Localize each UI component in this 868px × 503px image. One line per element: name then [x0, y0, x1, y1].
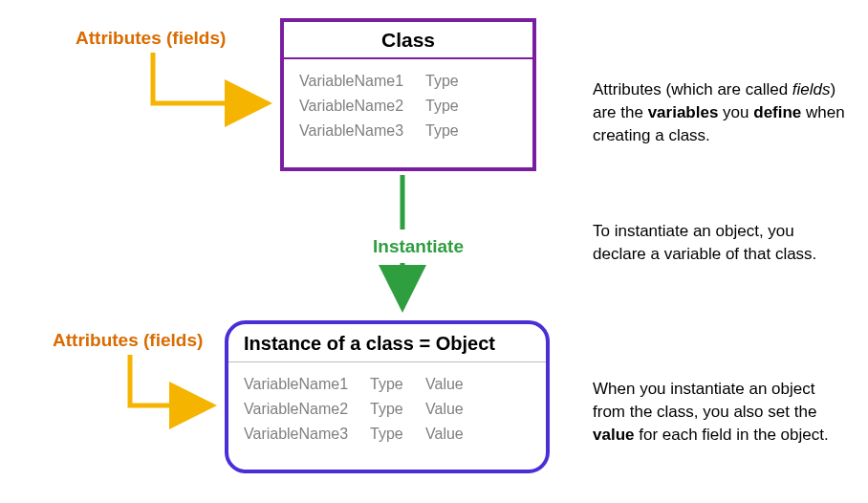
object-row: VariableName3 Type Value: [244, 422, 531, 447]
object-row: VariableName2 Type Value: [244, 397, 531, 422]
obj-var-type: Type: [370, 372, 425, 397]
side-note-attributes: Attributes (which are called fields) are…: [593, 78, 851, 147]
text: for each field in the object.: [634, 426, 828, 444]
obj-var-type: Type: [370, 422, 425, 447]
obj-var-type: Type: [370, 397, 425, 422]
obj-var-value: Value: [425, 422, 479, 447]
text: When you instantiate an object from the …: [593, 380, 816, 421]
object-title-prefix: Instance of a class: [244, 333, 414, 354]
text-bold: value: [593, 426, 634, 444]
obj-var-value: Value: [425, 372, 479, 397]
object-row: VariableName1 Type Value: [244, 372, 531, 397]
object-box: Instance of a class = Object VariableNam…: [225, 320, 550, 473]
text-bold: define: [753, 103, 801, 121]
object-title-eq: =: [419, 333, 430, 354]
obj-var-value: Value: [425, 397, 479, 422]
object-title-suffix: Object: [436, 333, 495, 354]
text-bold: variables: [648, 103, 719, 121]
text-italic: fields: [792, 80, 831, 98]
side-note-value: When you instantiate an object from the …: [593, 378, 851, 447]
obj-var-name: VariableName3: [244, 422, 370, 447]
side-note-instantiate: To instantiate an object, you declare a …: [593, 220, 851, 266]
instantiate-label: Instantiate: [373, 236, 464, 257]
object-box-body: VariableName1 Type Value VariableName2 T…: [228, 362, 546, 454]
obj-var-name: VariableName2: [244, 397, 370, 422]
text: Attributes (which are called: [593, 80, 792, 98]
object-box-title: Instance of a class = Object: [228, 324, 546, 362]
obj-var-name: VariableName1: [244, 372, 370, 397]
text: you: [718, 103, 753, 121]
